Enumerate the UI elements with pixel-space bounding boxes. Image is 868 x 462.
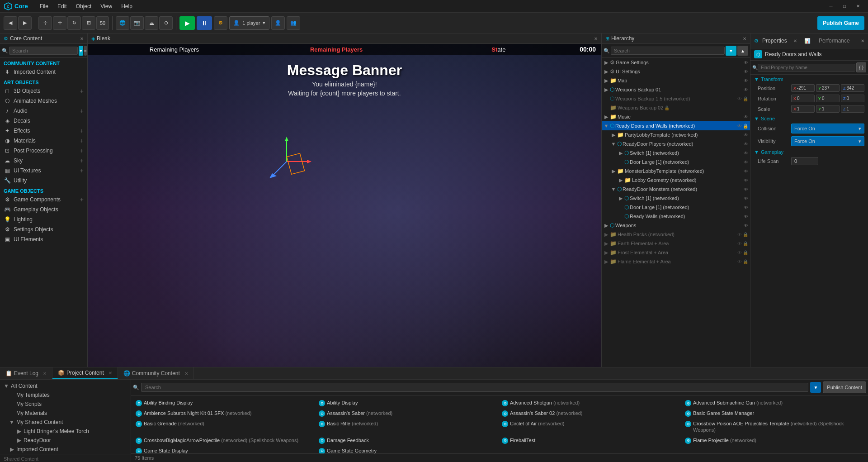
materials-plus[interactable]: + (80, 137, 84, 144)
menu-file[interactable]: File (35, 2, 53, 10)
nav-gameplay-objects[interactable]: 🎮 Gameplay Objects (0, 205, 87, 214)
player-settings[interactable]: 👥 (287, 16, 300, 30)
content-damage-feedback[interactable]: ⚙ Damage Feedback (317, 436, 499, 445)
transform-gizmo[interactable] (259, 134, 314, 189)
hier-ui-settings[interactable]: ▶ ⚙ UI Settings 👁 (602, 67, 750, 76)
hier-music[interactable]: ▶ 📁 Music 👁 (602, 112, 750, 121)
snap-value[interactable]: 50 (96, 16, 109, 30)
scene-section-header[interactable]: ▼ Scene (750, 114, 868, 122)
tree-ready-door[interactable]: ▶ ReadyDoor (0, 436, 131, 445)
script-button[interactable]: { } (856, 62, 866, 72)
party-lobby-vis[interactable]: 👁 (744, 133, 748, 138)
rot-x[interactable]: X 0 (791, 95, 815, 102)
back-button[interactable]: ◀ (4, 16, 17, 30)
tree-my-materials[interactable]: My Materials (0, 409, 131, 418)
scale-z[interactable]: Z 1 (841, 105, 864, 113)
hier-map[interactable]: ▶ 📁 Map 👁 (602, 76, 750, 85)
left-sort-button[interactable]: ≡ (84, 46, 87, 56)
hier-lobby-geometry[interactable]: ▶ 📁 Lobby Geometry (networked) 👁 (602, 176, 750, 185)
ee-lock[interactable]: 🔒 (743, 241, 748, 246)
ml-vis[interactable]: 👁 (744, 169, 748, 174)
pos-x[interactable]: X -291 (791, 84, 815, 92)
performance-tab[interactable]: Performance (814, 35, 854, 46)
ready-doors-vis[interactable]: 👁 (737, 124, 742, 129)
content-circlet-air[interactable]: ⚙ Circlet of Air (networked) (500, 419, 682, 435)
tree-imported-content[interactable]: ▶ Imported Content (0, 445, 131, 454)
nav-lighting[interactable]: 💡 Lighting (0, 214, 87, 224)
lg-vis[interactable]: 👁 (744, 178, 748, 183)
content-basic-rifle[interactable]: ⚙ Basic Rifle (networked) (317, 419, 499, 435)
play-button[interactable]: ▶ (179, 16, 195, 30)
postprocess-plus[interactable]: + (80, 147, 84, 154)
hier-weapons-backup02[interactable]: 📁 Weapons Backup 02 🔒 (602, 103, 750, 112)
hierarchy-upload-button[interactable]: ▲ (737, 46, 748, 56)
event-log-close[interactable]: ✕ (43, 371, 47, 376)
core-content-close[interactable]: ✕ (80, 36, 84, 41)
rw-vis[interactable]: 👁 (744, 214, 748, 219)
pos-z[interactable]: Z 342 (841, 84, 864, 92)
visibility-dropdown[interactable]: Force On ▾ (791, 136, 864, 146)
rot-y[interactable]: Y 0 (816, 95, 840, 102)
music-vis[interactable]: 👁 (744, 114, 748, 119)
content-advanced-shotgun[interactable]: ⚙ Advanced Shotgun (networked) (500, 398, 682, 408)
bottom-search-input[interactable] (141, 383, 808, 392)
ready-doors-lock[interactable]: 🔒 (743, 124, 748, 129)
hierarchy-filter-button[interactable]: ▼ (726, 46, 736, 56)
hierarchy-search-input[interactable] (611, 47, 725, 55)
camera-button[interactable]: 📷 (130, 16, 144, 30)
rot-z[interactable]: Z 0 (841, 95, 864, 102)
switch1b-vis[interactable]: 👁 (744, 196, 748, 201)
content-ambience[interactable]: ⚙ Ambience Suburbs Night Kit 01 SFX (net… (134, 409, 316, 418)
move-tool[interactable]: ✛ (53, 16, 66, 30)
wb02-lock[interactable]: 🔒 (664, 105, 670, 110)
nav-decals[interactable]: ◈ Decals (0, 116, 87, 126)
map-vis[interactable]: 👁 (744, 78, 748, 83)
fe-vis[interactable]: 👁 (737, 250, 742, 255)
wb01-vis[interactable]: 👁 (744, 87, 748, 92)
nav-animated-meshes[interactable]: ⬡ Animated Meshes (0, 96, 87, 106)
maximize-button[interactable]: □ (838, 2, 851, 11)
viewport-close[interactable]: ✕ (594, 36, 598, 41)
hier-party-lobby[interactable]: ▶ 📁 PartyLobbyTemplate (networked) 👁 (602, 130, 750, 139)
terrain-button[interactable]: ⛰ (145, 16, 158, 30)
player-avatar[interactable]: 👤 (271, 16, 285, 30)
world-toggle[interactable]: 🌐 (116, 16, 129, 30)
rdp-vis[interactable]: 👁 (744, 142, 748, 147)
properties-close[interactable]: ✕ (793, 38, 797, 43)
uitex-plus[interactable]: + (80, 167, 84, 174)
content-flame-projectile[interactable]: ⚙ Flame Projectile (networked) (683, 436, 865, 445)
content-basic-grenade[interactable]: ⚙ Basic Grenade (networked) (134, 419, 316, 435)
transform-section-header[interactable]: ▼ Transform (750, 75, 868, 83)
menu-edit[interactable]: Edit (53, 2, 71, 10)
content-crossbow-big[interactable]: ⚙ CrossbowBigMagicArrowProjectile (netwo… (134, 436, 316, 445)
hier-weapons-backup01[interactable]: ▶ ⬡ Weapons Backup 01 👁 (602, 85, 750, 94)
select-tool[interactable]: ⊹ (38, 16, 52, 30)
ui-settings-vis[interactable]: 👁 (744, 69, 748, 74)
hier-ready-doors[interactable]: ▼ ⬡ Ready Doors and Walls (networked) 👁 … (602, 121, 750, 130)
nav-settings-objects[interactable]: ⚙ Settings Objects (0, 224, 87, 234)
settings-play-button[interactable]: ⚙ (214, 16, 227, 30)
scale-y[interactable]: Y 1 (816, 105, 840, 113)
gameplay-section-header[interactable]: ▼ Gameplay (750, 148, 868, 156)
wb15-lock[interactable]: 🔒 (743, 96, 748, 101)
menu-view[interactable]: View (96, 2, 117, 10)
content-adv-submachine[interactable]: ⚙ Advanced Submachine Gun (networked) (683, 398, 865, 408)
nav-post-processing[interactable]: ⊡ Post Processing + (0, 146, 87, 156)
rdm-vis[interactable]: 👁 (744, 187, 748, 192)
forward-button[interactable]: ▶ (18, 16, 32, 30)
hier-readydoor-monsters[interactable]: ▼ ⬡ ReadyDoor Monsters (networked) 👁 (602, 185, 750, 194)
menu-object[interactable]: Object (71, 2, 96, 10)
scale-x[interactable]: X 1 (791, 105, 815, 113)
nav-audio[interactable]: ♪ Audio + (0, 106, 87, 116)
perf-close[interactable]: ✕ (861, 38, 864, 43)
find-property-input[interactable] (758, 64, 855, 71)
tab-community-content[interactable]: 🌐 Community Content ✕ (118, 367, 194, 379)
hier-readydoor-players[interactable]: ▼ ⬡ ReadyDoor Players (networked) 👁 (602, 139, 750, 148)
player-select[interactable]: 👤 1 player ▾ (229, 16, 269, 30)
lifespan-input[interactable] (791, 157, 818, 165)
nav-materials[interactable]: ◑ Materials + (0, 136, 87, 146)
pos-y[interactable]: Y 237 (816, 84, 840, 92)
3dobjects-plus[interactable]: + (80, 87, 84, 95)
tab-project-content[interactable]: 📦 Project Content ✕ (52, 367, 118, 379)
game-settings-vis[interactable]: 👁 (744, 60, 748, 65)
